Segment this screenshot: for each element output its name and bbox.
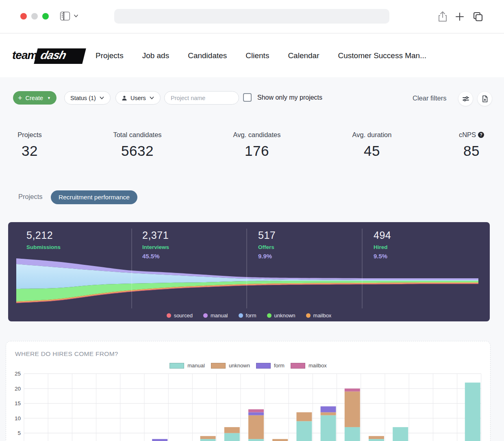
legend-label: manual: [211, 312, 228, 319]
stat-cnps: cNPS?85: [411, 131, 504, 159]
minimize-window-button[interactable]: [31, 13, 38, 20]
show-only-my-projects-checkbox[interactable]: [243, 93, 252, 102]
clear-filters-button[interactable]: Clear filters: [413, 94, 446, 102]
bar-segment-unknown[interactable]: [296, 412, 312, 421]
chevron-down-icon: [149, 95, 154, 100]
y-tick-label: 20: [15, 386, 21, 392]
y-tick-label: 25: [15, 371, 21, 377]
legend-dot-icon: [203, 313, 208, 318]
create-button[interactable]: + Create ▼: [13, 91, 56, 105]
stat-value: 176: [196, 143, 318, 159]
bar-segment-unknown[interactable]: [200, 436, 216, 439]
close-window-button[interactable]: [20, 13, 27, 20]
nav-item-customer-success-man[interactable]: Customer Success Man...: [338, 51, 427, 60]
new-tab-plus-icon[interactable]: [454, 11, 465, 24]
user-icon: [122, 95, 127, 101]
bar-segment-mailbox[interactable]: [248, 409, 264, 412]
y-tick-label: 5: [17, 430, 21, 436]
bar-segment-manual[interactable]: [465, 382, 480, 441]
bar-segment-unknown[interactable]: [321, 412, 336, 415]
funnel-legend-item-manual[interactable]: manual: [203, 312, 228, 319]
bar-segment-unknown[interactable]: [248, 415, 264, 439]
bar-segment-manual[interactable]: [369, 439, 384, 441]
stat-value: 5632: [76, 143, 198, 159]
users-filter-dropdown[interactable]: Users: [115, 91, 161, 105]
stat-label: cNPS?: [459, 131, 484, 139]
funnel-area-chart: [8, 222, 490, 321]
teamdash-logo[interactable]: teamdash: [12, 48, 85, 63]
address-bar[interactable]: [114, 9, 389, 24]
funnel-stage-label: Interviews: [142, 244, 169, 250]
stat-total-candidates: Total candidates5632: [76, 131, 198, 159]
sliders-icon: [462, 95, 469, 103]
legend-label: mailbox: [313, 312, 332, 319]
filter-settings-button[interactable]: [458, 91, 473, 106]
funnel-legend-item-mailbox[interactable]: mailbox: [306, 312, 332, 319]
tab-projects[interactable]: Projects: [18, 193, 43, 201]
export-file-button[interactable]: [477, 91, 492, 106]
funnel-stage-label: Submissions: [26, 244, 61, 250]
funnel-legend: sourcedmanualformunknownmailbox: [8, 312, 490, 319]
legend-dot-icon: [267, 313, 272, 318]
logo-text-team: team: [12, 49, 37, 61]
funnel-stage-value: 494: [374, 229, 391, 241]
browser-chrome: [0, 0, 504, 33]
legend-label: form: [246, 312, 256, 319]
stat-avg-candidates: Avg. candidates176: [196, 131, 318, 159]
funnel-stage-hired: 494Hired9.5%: [374, 229, 391, 260]
status-filter-dropdown[interactable]: Status (1): [64, 91, 111, 105]
app-root: teamdash ProjectsJob adsCandidatesClient…: [0, 0, 504, 441]
bar-segment-manual[interactable]: [248, 439, 264, 441]
nav-item-projects[interactable]: Projects: [96, 51, 124, 60]
legend-label: unknown: [274, 312, 295, 319]
plus-icon: +: [18, 94, 22, 102]
zoom-window-button[interactable]: [42, 13, 49, 20]
bar-segment-unknown[interactable]: [345, 391, 360, 427]
funnel-stage-interviews: 2,371Interviews45.5%: [142, 229, 169, 260]
bar-segment-manual[interactable]: [296, 421, 312, 441]
help-icon[interactable]: ?: [478, 132, 484, 138]
sidebar-toggle-icon[interactable]: [60, 12, 70, 20]
bar-segment-form[interactable]: [248, 412, 264, 415]
stat-value: 85: [411, 143, 504, 159]
bar-segment-manual[interactable]: [224, 433, 240, 441]
stat-label: Projects: [17, 131, 42, 139]
bar-segment-form[interactable]: [152, 439, 167, 441]
funnel-legend-item-form[interactable]: form: [239, 312, 256, 319]
funnel-legend-item-sourced[interactable]: sourced: [167, 312, 193, 319]
project-name-input[interactable]: [164, 91, 239, 105]
funnel-stage-label: Offers: [258, 244, 276, 250]
legend-dot-icon: [306, 313, 311, 318]
funnel-stage-value: 517: [258, 229, 276, 241]
y-tick-label: 10: [15, 415, 21, 421]
nav-item-clients[interactable]: Clients: [245, 51, 269, 60]
legend-label: sourced: [174, 312, 193, 319]
legend-dot-icon: [167, 313, 171, 318]
bar-segment-manual[interactable]: [200, 439, 216, 441]
show-only-my-projects-label: Show only my projects: [257, 94, 322, 101]
funnel-stage-submissions: 5,212Submissions: [26, 229, 61, 250]
funnel-stage-percent: 45.5%: [142, 253, 169, 260]
nav-item-calendar[interactable]: Calendar: [288, 51, 319, 60]
bar-segment-manual[interactable]: [321, 415, 336, 441]
bar-segment-mailbox[interactable]: [345, 389, 360, 391]
top-nav: teamdash ProjectsJob adsCandidatesClient…: [0, 34, 504, 77]
bar-segment-manual[interactable]: [345, 427, 360, 441]
stat-label: Avg. duration: [352, 131, 392, 139]
bar-segment-unknown[interactable]: [224, 427, 240, 433]
chevron-down-icon: [99, 95, 104, 100]
recruitment-funnel-panel: 5,212Submissions2,371Interviews45.5%517O…: [8, 222, 490, 321]
share-icon[interactable]: [437, 11, 448, 24]
nav-item-candidates[interactable]: Candidates: [188, 51, 227, 60]
bar-segment-unknown[interactable]: [272, 439, 288, 441]
bar-segment-unknown[interactable]: [369, 436, 384, 439]
logo-block-dash: dash: [34, 48, 87, 64]
caret-down-icon: ▼: [47, 96, 51, 100]
funnel-legend-item-unknown[interactable]: unknown: [267, 312, 295, 319]
chevron-down-icon[interactable]: [74, 13, 78, 18]
tab-recruitment-performance[interactable]: Recruitment performance: [51, 190, 137, 204]
nav-item-job-ads[interactable]: Job ads: [142, 51, 169, 60]
bar-segment-form[interactable]: [321, 406, 336, 413]
tab-overview-icon[interactable]: [472, 11, 484, 24]
bar-segment-manual[interactable]: [393, 427, 408, 441]
